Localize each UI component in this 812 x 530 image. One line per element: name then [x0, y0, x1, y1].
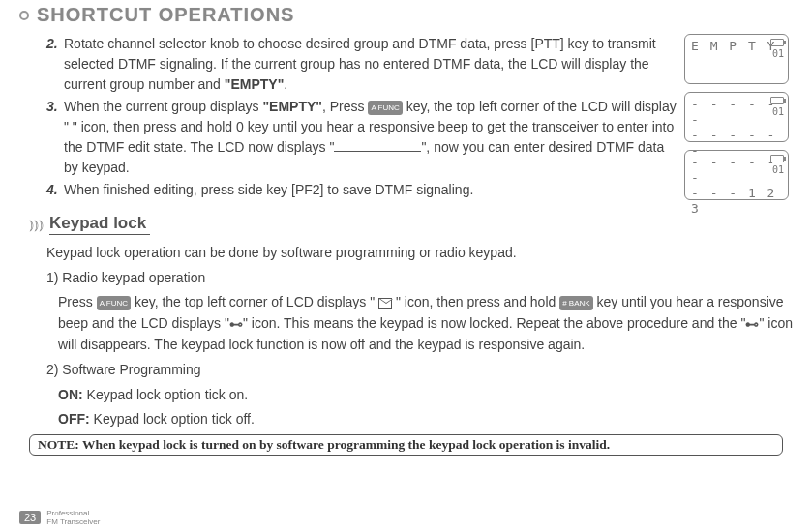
lock-icon: ⊷: [745, 314, 759, 336]
off-line: OFF: Keypad lock option tick off.: [46, 409, 793, 430]
page-number: 23: [19, 511, 41, 524]
antenna-icon: ⦅⦅⦅: [29, 217, 44, 233]
battery-icon: [770, 97, 784, 104]
mail-icon: [378, 298, 392, 309]
keypad-lock-body: Keypad lock operation can be done by sof…: [0, 239, 812, 430]
instruction-steps: 2. Rotate channel selector knob to choos…: [46, 34, 677, 208]
battery-icon: [770, 39, 784, 46]
step-2: 2. Rotate channel selector knob to choos…: [46, 34, 677, 95]
lcd-line: - - - - - -: [691, 97, 782, 128]
step-text: When finished editing, press side key [P…: [64, 180, 473, 200]
lcd-number: 01: [772, 48, 784, 59]
lcd-dashes: - - - - - - - - - - - - 01: [684, 92, 789, 142]
lcd-line: - - - 1 2 3: [691, 186, 782, 217]
note-box: NOTE: When keypad lock is turned on by s…: [29, 434, 783, 456]
lock-icon: ⊷: [229, 314, 243, 336]
step-3: 3. When the current group displays "EMPT…: [46, 97, 677, 178]
lcd-line: - - - - - -: [691, 155, 782, 186]
bullet-icon: [19, 11, 29, 20]
func-key-icon: A FUNC: [368, 101, 402, 115]
blank-line: [334, 140, 421, 152]
step-text: Rotate channel selector knob to choose d…: [64, 34, 677, 95]
lcd-empty: E M P T Y 01: [684, 34, 789, 84]
paragraph-1: Press A FUNC key, the top left corner of…: [46, 292, 793, 356]
on-line: ON: Keypad lock option tick on.: [46, 385, 793, 406]
section-title: Keypad lock: [49, 214, 150, 235]
lcd-entry: - - - - - - - - - 1 2 3 01: [684, 150, 789, 200]
lcd-number: 01: [772, 106, 784, 117]
main-content: 2. Rotate channel selector knob to choos…: [0, 32, 812, 208]
step-number: 2.: [46, 34, 64, 95]
page-title: SHORTCUT OPERATIONS: [37, 4, 294, 26]
subhead-1: 1) Radio keypad operation: [46, 268, 793, 289]
lcd-screens: E M P T Y 01 - - - - - - - - - - - - 01 …: [677, 34, 793, 208]
subhead-2: 2) Software Programming: [46, 360, 793, 381]
step-4: 4. When finished editing, press side key…: [46, 180, 677, 200]
page-footer: 23 Professional FM Transceiver: [19, 509, 100, 526]
func-key-icon: A FUNC: [97, 296, 131, 310]
bank-key-icon: # BANK: [559, 296, 592, 310]
step-number: 3.: [46, 97, 64, 178]
section-header: SHORTCUT OPERATIONS: [0, 0, 812, 32]
step-number: 4.: [46, 180, 64, 200]
lcd-number: 01: [772, 164, 784, 175]
intro-text: Keypad lock operation can be done by sof…: [46, 243, 793, 264]
step-text: When the current group displays "EMPTY",…: [64, 97, 677, 178]
battery-icon: [770, 155, 784, 162]
footer-text: Professional FM Transceiver: [46, 509, 100, 526]
lcd-line: E M P T Y: [691, 39, 782, 54]
